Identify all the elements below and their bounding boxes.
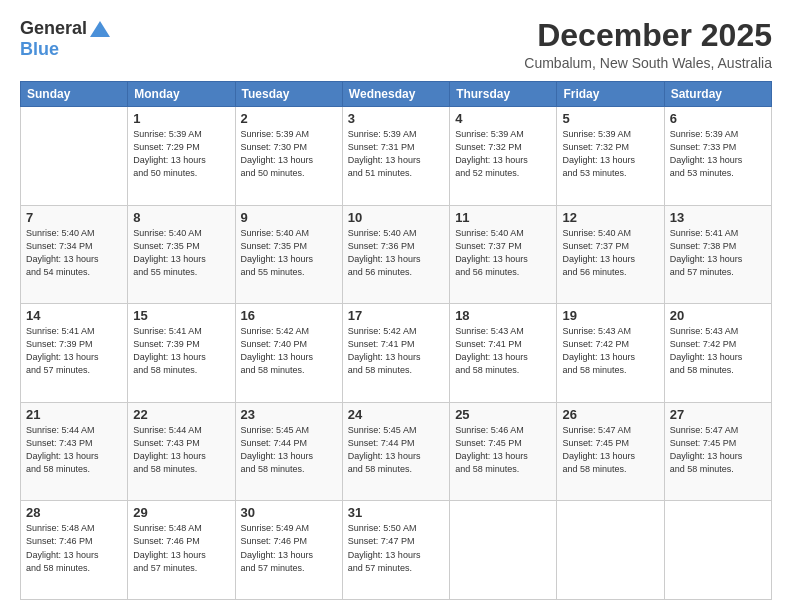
day-cell	[21, 107, 128, 206]
day-info: Sunrise: 5:43 AM Sunset: 7:42 PM Dayligh…	[670, 325, 766, 377]
column-header-wednesday: Wednesday	[342, 82, 449, 107]
day-info: Sunrise: 5:45 AM Sunset: 7:44 PM Dayligh…	[348, 424, 444, 476]
column-header-thursday: Thursday	[450, 82, 557, 107]
day-info: Sunrise: 5:41 AM Sunset: 7:38 PM Dayligh…	[670, 227, 766, 279]
day-info: Sunrise: 5:47 AM Sunset: 7:45 PM Dayligh…	[562, 424, 658, 476]
day-number: 11	[455, 210, 551, 225]
day-cell	[557, 501, 664, 600]
day-number: 7	[26, 210, 122, 225]
day-info: Sunrise: 5:41 AM Sunset: 7:39 PM Dayligh…	[26, 325, 122, 377]
day-cell: 5Sunrise: 5:39 AM Sunset: 7:32 PM Daylig…	[557, 107, 664, 206]
day-info: Sunrise: 5:50 AM Sunset: 7:47 PM Dayligh…	[348, 522, 444, 574]
day-cell: 12Sunrise: 5:40 AM Sunset: 7:37 PM Dayli…	[557, 205, 664, 304]
day-info: Sunrise: 5:49 AM Sunset: 7:46 PM Dayligh…	[241, 522, 337, 574]
day-cell: 17Sunrise: 5:42 AM Sunset: 7:41 PM Dayli…	[342, 304, 449, 403]
day-number: 29	[133, 505, 229, 520]
day-info: Sunrise: 5:39 AM Sunset: 7:31 PM Dayligh…	[348, 128, 444, 180]
column-header-friday: Friday	[557, 82, 664, 107]
day-cell: 26Sunrise: 5:47 AM Sunset: 7:45 PM Dayli…	[557, 402, 664, 501]
day-info: Sunrise: 5:45 AM Sunset: 7:44 PM Dayligh…	[241, 424, 337, 476]
day-cell: 20Sunrise: 5:43 AM Sunset: 7:42 PM Dayli…	[664, 304, 771, 403]
day-cell: 31Sunrise: 5:50 AM Sunset: 7:47 PM Dayli…	[342, 501, 449, 600]
day-info: Sunrise: 5:40 AM Sunset: 7:34 PM Dayligh…	[26, 227, 122, 279]
day-cell: 7Sunrise: 5:40 AM Sunset: 7:34 PM Daylig…	[21, 205, 128, 304]
day-number: 15	[133, 308, 229, 323]
day-info: Sunrise: 5:40 AM Sunset: 7:37 PM Dayligh…	[562, 227, 658, 279]
day-cell: 1Sunrise: 5:39 AM Sunset: 7:29 PM Daylig…	[128, 107, 235, 206]
day-info: Sunrise: 5:42 AM Sunset: 7:40 PM Dayligh…	[241, 325, 337, 377]
day-info: Sunrise: 5:46 AM Sunset: 7:45 PM Dayligh…	[455, 424, 551, 476]
day-cell: 22Sunrise: 5:44 AM Sunset: 7:43 PM Dayli…	[128, 402, 235, 501]
day-info: Sunrise: 5:48 AM Sunset: 7:46 PM Dayligh…	[133, 522, 229, 574]
page: General Blue December 2025 Cumbalum, New…	[0, 0, 792, 612]
week-row-3: 14Sunrise: 5:41 AM Sunset: 7:39 PM Dayli…	[21, 304, 772, 403]
day-cell: 24Sunrise: 5:45 AM Sunset: 7:44 PM Dayli…	[342, 402, 449, 501]
day-cell: 13Sunrise: 5:41 AM Sunset: 7:38 PM Dayli…	[664, 205, 771, 304]
column-header-monday: Monday	[128, 82, 235, 107]
day-number: 10	[348, 210, 444, 225]
day-cell: 11Sunrise: 5:40 AM Sunset: 7:37 PM Dayli…	[450, 205, 557, 304]
day-number: 5	[562, 111, 658, 126]
day-cell: 8Sunrise: 5:40 AM Sunset: 7:35 PM Daylig…	[128, 205, 235, 304]
day-cell: 15Sunrise: 5:41 AM Sunset: 7:39 PM Dayli…	[128, 304, 235, 403]
day-number: 30	[241, 505, 337, 520]
day-cell: 6Sunrise: 5:39 AM Sunset: 7:33 PM Daylig…	[664, 107, 771, 206]
day-info: Sunrise: 5:43 AM Sunset: 7:41 PM Dayligh…	[455, 325, 551, 377]
month-title: December 2025	[524, 18, 772, 53]
day-info: Sunrise: 5:40 AM Sunset: 7:35 PM Dayligh…	[133, 227, 229, 279]
day-info: Sunrise: 5:39 AM Sunset: 7:32 PM Dayligh…	[455, 128, 551, 180]
week-row-5: 28Sunrise: 5:48 AM Sunset: 7:46 PM Dayli…	[21, 501, 772, 600]
logo: General Blue	[20, 18, 113, 60]
day-info: Sunrise: 5:39 AM Sunset: 7:32 PM Dayligh…	[562, 128, 658, 180]
day-info: Sunrise: 5:41 AM Sunset: 7:39 PM Dayligh…	[133, 325, 229, 377]
day-cell	[664, 501, 771, 600]
day-info: Sunrise: 5:40 AM Sunset: 7:36 PM Dayligh…	[348, 227, 444, 279]
day-cell: 2Sunrise: 5:39 AM Sunset: 7:30 PM Daylig…	[235, 107, 342, 206]
day-number: 9	[241, 210, 337, 225]
day-cell: 9Sunrise: 5:40 AM Sunset: 7:35 PM Daylig…	[235, 205, 342, 304]
day-info: Sunrise: 5:39 AM Sunset: 7:29 PM Dayligh…	[133, 128, 229, 180]
day-info: Sunrise: 5:40 AM Sunset: 7:35 PM Dayligh…	[241, 227, 337, 279]
title-section: December 2025 Cumbalum, New South Wales,…	[524, 18, 772, 71]
day-number: 2	[241, 111, 337, 126]
day-info: Sunrise: 5:39 AM Sunset: 7:30 PM Dayligh…	[241, 128, 337, 180]
day-info: Sunrise: 5:43 AM Sunset: 7:42 PM Dayligh…	[562, 325, 658, 377]
day-info: Sunrise: 5:48 AM Sunset: 7:46 PM Dayligh…	[26, 522, 122, 574]
svg-marker-0	[90, 21, 110, 37]
header-row: SundayMondayTuesdayWednesdayThursdayFrid…	[21, 82, 772, 107]
day-cell: 23Sunrise: 5:45 AM Sunset: 7:44 PM Dayli…	[235, 402, 342, 501]
day-number: 31	[348, 505, 444, 520]
column-header-tuesday: Tuesday	[235, 82, 342, 107]
header: General Blue December 2025 Cumbalum, New…	[20, 18, 772, 71]
day-number: 27	[670, 407, 766, 422]
day-info: Sunrise: 5:47 AM Sunset: 7:45 PM Dayligh…	[670, 424, 766, 476]
day-cell: 10Sunrise: 5:40 AM Sunset: 7:36 PM Dayli…	[342, 205, 449, 304]
day-number: 25	[455, 407, 551, 422]
day-cell: 18Sunrise: 5:43 AM Sunset: 7:41 PM Dayli…	[450, 304, 557, 403]
location-subtitle: Cumbalum, New South Wales, Australia	[524, 55, 772, 71]
day-info: Sunrise: 5:44 AM Sunset: 7:43 PM Dayligh…	[26, 424, 122, 476]
day-info: Sunrise: 5:39 AM Sunset: 7:33 PM Dayligh…	[670, 128, 766, 180]
day-number: 22	[133, 407, 229, 422]
column-header-saturday: Saturday	[664, 82, 771, 107]
day-number: 18	[455, 308, 551, 323]
day-number: 26	[562, 407, 658, 422]
day-number: 19	[562, 308, 658, 323]
day-number: 23	[241, 407, 337, 422]
day-cell: 4Sunrise: 5:39 AM Sunset: 7:32 PM Daylig…	[450, 107, 557, 206]
week-row-4: 21Sunrise: 5:44 AM Sunset: 7:43 PM Dayli…	[21, 402, 772, 501]
day-cell: 29Sunrise: 5:48 AM Sunset: 7:46 PM Dayli…	[128, 501, 235, 600]
day-cell: 25Sunrise: 5:46 AM Sunset: 7:45 PM Dayli…	[450, 402, 557, 501]
day-cell: 21Sunrise: 5:44 AM Sunset: 7:43 PM Dayli…	[21, 402, 128, 501]
logo-triangle-icon	[89, 20, 111, 38]
column-header-sunday: Sunday	[21, 82, 128, 107]
day-cell: 16Sunrise: 5:42 AM Sunset: 7:40 PM Dayli…	[235, 304, 342, 403]
day-number: 20	[670, 308, 766, 323]
day-number: 24	[348, 407, 444, 422]
day-number: 3	[348, 111, 444, 126]
day-number: 12	[562, 210, 658, 225]
day-number: 14	[26, 308, 122, 323]
logo-blue-text: Blue	[20, 39, 59, 59]
day-number: 8	[133, 210, 229, 225]
day-number: 6	[670, 111, 766, 126]
